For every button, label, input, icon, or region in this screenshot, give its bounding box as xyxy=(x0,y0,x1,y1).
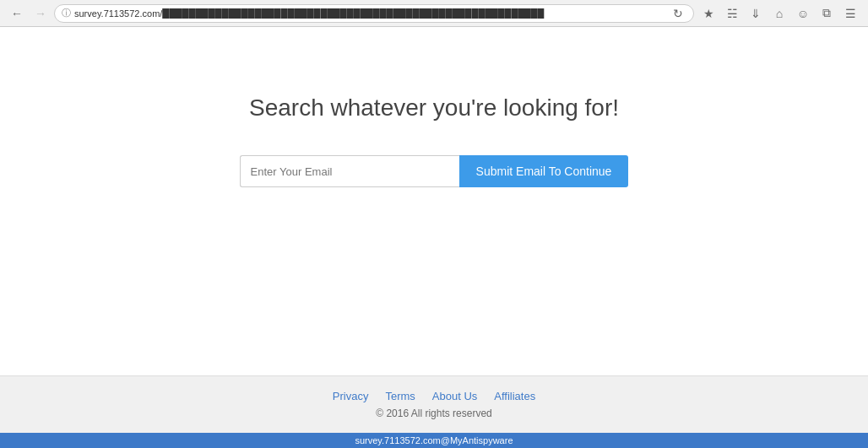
forward-button[interactable]: → xyxy=(30,3,51,24)
address-input[interactable] xyxy=(74,8,666,19)
affiliates-link[interactable]: Affiliates xyxy=(494,390,535,402)
status-bar: survey.7113572.com@MyAntispyware xyxy=(0,433,868,448)
back-button[interactable]: ← xyxy=(7,3,27,24)
download-button[interactable]: ⇓ xyxy=(745,3,767,24)
pocket-button[interactable]: ⧉ xyxy=(816,3,838,24)
about-link[interactable]: About Us xyxy=(432,390,477,402)
footer-links: Privacy Terms About Us Affiliates xyxy=(14,390,854,402)
browser-chrome: ← → ⓘ ↻ ★ ☵ ⇓ ⌂ ☺ ⧉ ☰ xyxy=(0,0,868,27)
reload-button[interactable]: ↻ xyxy=(670,5,686,22)
email-form-row: Submit Email To Continue xyxy=(240,155,629,187)
page-headline: Search whatever you're looking for! xyxy=(249,94,619,121)
email-input[interactable] xyxy=(240,155,459,187)
address-bar-container: ⓘ ↻ xyxy=(54,4,694,23)
footer-copyright: © 2016 All rights reserved xyxy=(14,408,854,419)
emoji-button[interactable]: ☺ xyxy=(792,3,814,24)
submit-button[interactable]: Submit Email To Continue xyxy=(459,155,629,187)
home-button[interactable]: ⌂ xyxy=(768,3,790,24)
terms-link[interactable]: Terms xyxy=(385,390,415,402)
status-bar-text: survey.7113572.com@MyAntispyware xyxy=(355,435,513,445)
bookmark-star-button[interactable]: ★ xyxy=(697,3,719,24)
reading-list-button[interactable]: ☵ xyxy=(721,3,743,24)
privacy-link[interactable]: Privacy xyxy=(333,390,369,402)
toolbar-icons: ★ ☵ ⇓ ⌂ ☺ ⧉ ☰ xyxy=(697,3,861,24)
footer: Privacy Terms About Us Affiliates © 2016… xyxy=(0,375,868,433)
main-content: Search whatever you're looking for! Subm… xyxy=(0,27,868,375)
info-icon: ⓘ xyxy=(62,7,71,19)
menu-button[interactable]: ☰ xyxy=(839,3,861,24)
